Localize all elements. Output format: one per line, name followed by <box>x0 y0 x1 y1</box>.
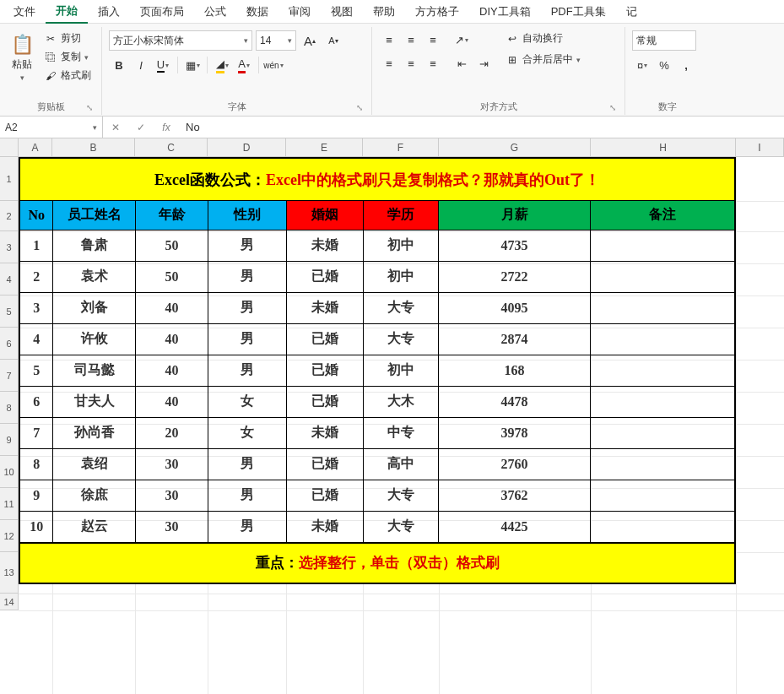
comma-style-button[interactable]: , <box>676 56 696 74</box>
paste-button[interactable]: 📋 粘贴 ▾ <box>7 27 37 88</box>
shrink-font-button[interactable]: A▾ <box>323 31 343 50</box>
clipboard-launcher-icon[interactable]: ⤡ <box>84 103 95 113</box>
insert-function-button[interactable]: fx <box>154 117 179 138</box>
cell-note[interactable] <box>590 355 735 386</box>
cell-sal[interactable]: 4478 <box>439 386 591 417</box>
cell-age[interactable]: 30 <box>136 511 208 542</box>
format-painter-button[interactable]: 🖌 格式刷 <box>41 68 95 84</box>
title-cell[interactable]: Excel函数公式：Excel中的格式刷只是复制格式？那就真的Out了！ <box>19 157 736 201</box>
cell-note[interactable] <box>590 292 735 323</box>
menu-item-9[interactable]: 方方格子 <box>405 1 469 23</box>
cell-edu[interactable]: 大专 <box>363 480 439 511</box>
copy-button[interactable]: ⿻ 复制 ▾ <box>41 49 95 65</box>
cell-name[interactable]: 许攸 <box>53 323 136 355</box>
cell-age[interactable]: 40 <box>136 386 208 417</box>
cell-note[interactable] <box>590 230 735 261</box>
cell-sex[interactable]: 女 <box>208 417 287 448</box>
menu-item-3[interactable]: 页面布局 <box>130 1 194 23</box>
name-box[interactable]: A2 ▾ <box>0 117 103 138</box>
row-head-11[interactable]: 11 <box>0 488 19 520</box>
align-top-button[interactable]: ≡ <box>379 30 399 49</box>
cell-note[interactable] <box>590 386 735 417</box>
cell-edu[interactable]: 大专 <box>363 511 439 542</box>
header-2[interactable]: 年龄 <box>136 201 208 230</box>
cell-note[interactable] <box>590 261 735 292</box>
cell-sex[interactable]: 男 <box>208 448 287 480</box>
cell-edu[interactable]: 初中 <box>363 261 439 292</box>
row-head-8[interactable]: 8 <box>0 392 19 424</box>
header-7[interactable]: 备注 <box>590 201 735 230</box>
cell-name[interactable]: 司马懿 <box>53 355 136 386</box>
header-4[interactable]: 婚姻 <box>286 201 363 230</box>
align-middle-button[interactable]: ≡ <box>401 30 421 49</box>
menu-item-5[interactable]: 数据 <box>236 1 278 23</box>
cell-no[interactable]: 9 <box>19 480 53 511</box>
cell-note[interactable] <box>590 448 735 480</box>
row-head-1[interactable]: 1 <box>0 157 19 201</box>
cell-sal[interactable]: 4425 <box>439 511 591 542</box>
cell-edu[interactable]: 高中 <box>363 448 439 480</box>
cell-marr[interactable]: 已婚 <box>286 355 363 386</box>
cell-name[interactable]: 刘备 <box>53 292 136 323</box>
cancel-button[interactable]: ✕ <box>103 117 128 138</box>
menu-item-7[interactable]: 视图 <box>321 1 363 23</box>
row-head-4[interactable]: 4 <box>0 263 19 295</box>
cell-name[interactable]: 袁术 <box>53 261 136 292</box>
phonetic-button[interactable]: wén <box>263 56 284 74</box>
decrease-indent-button[interactable]: ⇤ <box>451 54 472 73</box>
col-head-E[interactable]: E <box>286 138 363 157</box>
cell-age[interactable]: 30 <box>136 480 208 511</box>
col-head-F[interactable]: F <box>363 138 439 157</box>
cell-no[interactable]: 6 <box>19 386 53 417</box>
cell-age[interactable]: 50 <box>136 261 208 292</box>
cell-sex[interactable]: 男 <box>208 355 287 386</box>
cell-sex[interactable]: 男 <box>208 230 287 261</box>
font-launcher-icon[interactable]: ⤡ <box>354 103 365 113</box>
formula-input[interactable]: No <box>179 117 784 138</box>
cell-sex[interactable]: 男 <box>208 480 287 511</box>
cell-name[interactable]: 徐庶 <box>53 480 136 511</box>
cell-no[interactable]: 2 <box>19 261 53 292</box>
cell-name[interactable]: 袁绍 <box>53 448 136 480</box>
header-0[interactable]: No <box>19 201 53 230</box>
cell-edu[interactable]: 大专 <box>363 323 439 355</box>
menu-item-4[interactable]: 公式 <box>194 1 236 23</box>
cell-sal[interactable]: 168 <box>439 355 591 386</box>
font-color-button[interactable]: A <box>234 56 254 74</box>
cell-age[interactable]: 30 <box>136 448 208 480</box>
cell-sal[interactable]: 3762 <box>439 480 591 511</box>
grow-font-button[interactable]: A▴ <box>300 31 320 50</box>
menu-item-8[interactable]: 帮助 <box>363 1 405 23</box>
cell-note[interactable] <box>590 480 735 511</box>
bold-button[interactable]: B <box>109 56 129 74</box>
cell-edu[interactable]: 大木 <box>363 386 439 417</box>
cell-no[interactable]: 4 <box>19 323 53 355</box>
align-center-button[interactable]: ≡ <box>401 54 421 73</box>
cell-name[interactable]: 赵云 <box>53 511 136 542</box>
font-size-select[interactable]: 14 ▾ <box>256 30 296 51</box>
menu-item-0[interactable]: 文件 <box>3 1 46 23</box>
row-head-10[interactable]: 10 <box>0 456 19 488</box>
col-head-G[interactable]: G <box>439 138 591 157</box>
cell-sex[interactable]: 女 <box>208 386 287 417</box>
cell-age[interactable]: 40 <box>136 292 208 323</box>
col-head-A[interactable]: A <box>19 138 52 157</box>
cell-sex[interactable]: 男 <box>208 261 287 292</box>
row-head-5[interactable]: 5 <box>0 295 19 328</box>
cell-age[interactable]: 20 <box>136 417 208 448</box>
row-head-7[interactable]: 7 <box>0 360 19 392</box>
cell-marr[interactable]: 未婚 <box>286 511 363 542</box>
cell-edu[interactable]: 初中 <box>363 355 439 386</box>
col-head-B[interactable]: B <box>52 138 135 157</box>
row-head-6[interactable]: 6 <box>0 328 19 360</box>
cell-age[interactable]: 40 <box>136 323 208 355</box>
font-name-select[interactable]: 方正小标宋简体 ▾ <box>109 30 252 51</box>
cell-edu[interactable]: 中专 <box>363 417 439 448</box>
cell-sal[interactable]: 4095 <box>439 292 591 323</box>
cell-name[interactable]: 甘夫人 <box>53 386 136 417</box>
cell-note[interactable] <box>590 323 735 355</box>
footer-cell[interactable]: 重点：选择整行，单击（双击）格式刷 <box>19 543 736 584</box>
cell-marr[interactable]: 已婚 <box>286 261 363 292</box>
cell-sal[interactable]: 3978 <box>439 417 591 448</box>
menu-item-1[interactable]: 开始 <box>46 0 88 24</box>
